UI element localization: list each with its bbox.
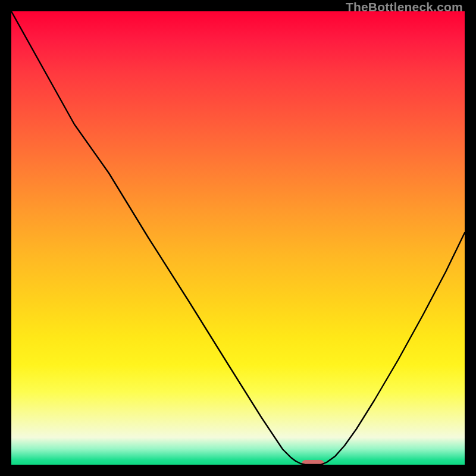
plot-area	[11, 11, 465, 465]
attribution-text: TheBottleneck.com	[346, 0, 463, 14]
bottleneck-curve	[11, 11, 465, 465]
chart-frame: TheBottleneck.com	[0, 0, 476, 476]
